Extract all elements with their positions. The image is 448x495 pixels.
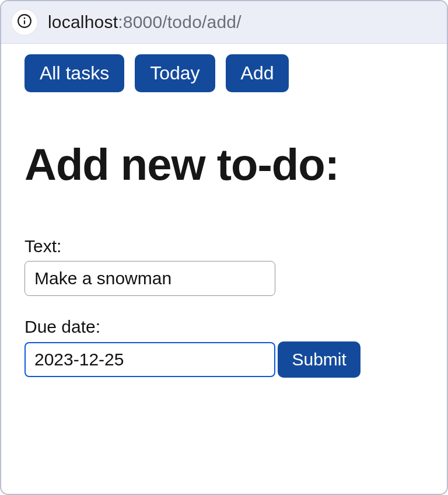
nav-all-tasks-button[interactable]: All tasks <box>24 54 124 92</box>
text-field-label: Text: <box>24 236 424 256</box>
text-field[interactable] <box>24 261 275 296</box>
due-date-field-label: Due date: <box>24 317 424 337</box>
due-date-field[interactable] <box>24 342 275 377</box>
add-todo-form: Text: Due date: Submit <box>24 236 424 388</box>
site-info-button[interactable] <box>12 9 37 35</box>
info-icon <box>17 13 32 31</box>
nav-today-button[interactable]: Today <box>135 54 215 92</box>
url-path: :8000/todo/add/ <box>118 12 242 32</box>
url-host: localhost <box>48 12 118 32</box>
svg-point-2 <box>24 18 26 19</box>
nav-add-button[interactable]: Add <box>226 54 289 92</box>
browser-address-bar: localhost:8000/todo/add/ <box>1 1 447 44</box>
page-content: All tasks Today Add Add new to-do: Text:… <box>1 44 447 411</box>
submit-button[interactable]: Submit <box>278 341 360 378</box>
nav-tabs: All tasks Today Add <box>24 54 424 92</box>
url-text[interactable]: localhost:8000/todo/add/ <box>48 12 242 32</box>
page-title: Add new to-do: <box>24 139 424 190</box>
